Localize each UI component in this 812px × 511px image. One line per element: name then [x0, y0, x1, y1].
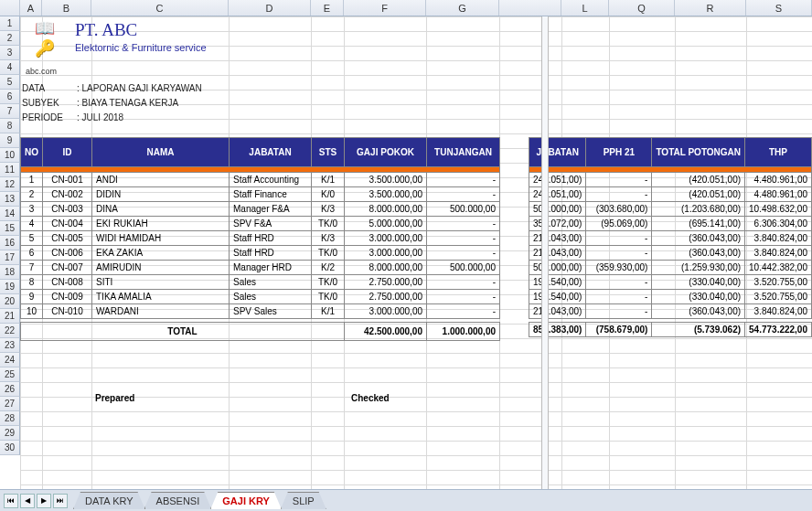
row-header[interactable]: 21 [0, 309, 20, 324]
row-header[interactable]: 8 [0, 119, 20, 133]
th-sts: STS [312, 138, 345, 167]
th-tunjangan: TUNJANGAN [427, 138, 500, 167]
table-row[interactable]: 500.000,00)(303.680,00)(1.203.680,00)10.… [529, 202, 812, 217]
meta-subyek-value: BIAYA TENAGA KERJA [77, 98, 178, 108]
total-pph: (758.679,00) [586, 323, 652, 337]
table-row[interactable]: 210.043,00)-(360.043,00)3.840.824,00 [529, 231, 812, 246]
row-header[interactable]: 1 [0, 16, 20, 31]
row-header[interactable]: 30 [0, 441, 20, 455]
row-header[interactable]: 20 [0, 294, 20, 309]
select-all-cell[interactable] [0, 0, 20, 16]
row-header[interactable]: 18 [0, 265, 20, 280]
tab-nav-last[interactable]: ⏭ [53, 494, 68, 508]
table-row[interactable]: 245.051,00)-(420.051,00)4.480.961,00 [529, 187, 812, 202]
col-header[interactable]: B [42, 0, 91, 16]
col-header[interactable]: A [20, 0, 42, 16]
company-logo: 📖🔑 [26, 18, 64, 59]
table-row[interactable]: 500.000,00)(359.930,00)(1.259.930,00)10.… [529, 261, 812, 275]
row-header[interactable]: 23 [0, 338, 20, 353]
company-name: PT. ABC [75, 20, 207, 40]
sheet-tab-data-kry[interactable]: DATA KRY [73, 492, 145, 509]
tab-nav-prev[interactable]: ◀ [20, 494, 35, 508]
meta-subyek-label: SUBYEK [22, 98, 77, 108]
sheet-tab-slip[interactable]: SLIP [281, 492, 326, 509]
col-header[interactable]: F [344, 0, 426, 16]
row-header[interactable]: 2 [0, 31, 20, 46]
table-row[interactable]: 210.043,00)-(360.043,00)3.840.824,00 [529, 246, 812, 261]
col-header[interactable]: D [229, 0, 311, 16]
tab-nav-first[interactable]: ⏮ [4, 494, 18, 508]
th-jabatan: JABATAN [230, 138, 312, 167]
table-row[interactable]: 192.540,00)-(330.040,00)3.520.755,00 [529, 290, 812, 304]
prepared-label: Prepared [95, 393, 134, 403]
col-header[interactable]: Q [609, 0, 675, 16]
table-row[interactable]: 3CN-003DINAManager F&AK/38.000.000,00500… [21, 202, 500, 217]
sheet-tab-gaji-kry[interactable]: GAJI KRY [210, 492, 282, 509]
row-header[interactable]: 5 [0, 75, 20, 90]
total-tunjangan: 1.000.000,00 [427, 323, 500, 341]
row-header[interactable]: 12 [0, 177, 20, 192]
table-row[interactable]: 5CN-005WIDI HAMIDAHStaff HRDK/33.000.000… [21, 231, 500, 246]
row-header[interactable]: 10 [0, 148, 20, 163]
table-row[interactable]: 7CN-007AMIRUDINManager HRDK/28.000.000,0… [21, 261, 500, 275]
th-jabatan-amt: JABATAN [529, 138, 586, 167]
row-header[interactable]: 28 [0, 411, 20, 426]
row-header[interactable]: 17 [0, 250, 20, 265]
payroll-table-right[interactable]: JABATAN PPH 21 TOTAL POTONGAN THP 245.05… [529, 137, 812, 337]
total-gaji: 42.500.000,00 [345, 323, 427, 341]
table-row[interactable]: 245.051,00)-(420.051,00)4.480.961,00 [529, 173, 812, 187]
tab-nav-next[interactable]: ▶ [37, 494, 51, 508]
row-header[interactable]: 16 [0, 236, 20, 250]
col-header[interactable]: S [746, 0, 812, 16]
worksheet-area[interactable]: 📖🔑 abc.com PT. ABC Elektornic & Furnitur… [20, 16, 812, 489]
meta-periode-value: JULI 2018 [77, 112, 123, 122]
split-pane-divider[interactable] [541, 16, 549, 489]
meta-periode-label: PERIODE [22, 112, 77, 122]
row-header[interactable]: 14 [0, 207, 20, 221]
col-header[interactable]: G [426, 0, 499, 16]
th-id: ID [43, 138, 92, 167]
row-header[interactable]: 15 [0, 221, 20, 236]
col-header[interactable]: R [675, 0, 746, 16]
th-nama: NAMA [92, 138, 230, 167]
company-tagline: Elektornic & Furniture service [75, 42, 207, 53]
row-header-column: 1234567891011121314151617181920212223242… [0, 16, 20, 455]
total-thp: 54.773.222,00 [745, 323, 812, 337]
col-header[interactable]: C [91, 0, 229, 16]
row-header[interactable]: 11 [0, 163, 20, 177]
table-row[interactable]: 210.043,00)-(360.043,00)3.840.824,00 [529, 304, 812, 319]
th-no: NO [21, 138, 43, 167]
meta-data-label: DATA [22, 83, 77, 93]
row-header[interactable]: 7 [0, 104, 20, 119]
row-header[interactable]: 6 [0, 90, 20, 104]
row-header[interactable]: 4 [0, 60, 20, 75]
company-domain: abc.com [26, 67, 57, 76]
row-header[interactable]: 3 [0, 46, 20, 60]
col-header[interactable]: E [311, 0, 344, 16]
table-row[interactable]: 6CN-006EKA ZAKIAStaff HRDTK/03.000.000,0… [21, 246, 500, 261]
row-header[interactable]: 29 [0, 426, 20, 441]
row-header[interactable]: 24 [0, 353, 20, 367]
table-row[interactable]: 10CN-010WARDANISPV SalesK/13.000.000,00- [21, 304, 500, 319]
table-row[interactable]: 9CN-009TIKA AMALIASalesTK/02.750.000,00- [21, 290, 500, 304]
row-header[interactable]: 13 [0, 192, 20, 207]
table-row[interactable]: 4CN-004EKI RUKIAHSPV F&ATK/05.000.000,00… [21, 217, 500, 231]
table-row[interactable]: 350.072,00)(95.069,00)(695.141,00)6.306.… [529, 217, 812, 231]
col-header-partial[interactable] [499, 0, 561, 16]
column-header-row: A B C D E F G L Q R S [0, 0, 812, 16]
table-row[interactable]: 8CN-008SITISalesTK/02.750.000,00- [21, 275, 500, 290]
payroll-table[interactable]: NO ID NAMA JABATAN STS GAJI POKOK TUNJAN… [20, 137, 500, 341]
row-header[interactable]: 9 [0, 133, 20, 148]
row-header[interactable]: 27 [0, 397, 20, 411]
row-header[interactable]: 19 [0, 280, 20, 294]
total-potongan: (5.739.062) [652, 323, 745, 337]
row-header[interactable]: 25 [0, 367, 20, 382]
sheet-tab-absensi[interactable]: ABSENSI [144, 492, 212, 509]
table-row[interactable]: 1CN-001ANDIStaff AccountingK/13.500.000,… [21, 173, 500, 187]
table-row[interactable]: 192.540,00)-(330.040,00)3.520.755,00 [529, 275, 812, 290]
total-label: TOTAL [21, 323, 345, 341]
row-header[interactable]: 26 [0, 382, 20, 397]
table-row[interactable]: 2CN-002DIDINStaff FinanceK/03.500.000,00… [21, 187, 500, 202]
col-header[interactable]: L [561, 0, 609, 16]
row-header[interactable]: 22 [0, 324, 20, 338]
